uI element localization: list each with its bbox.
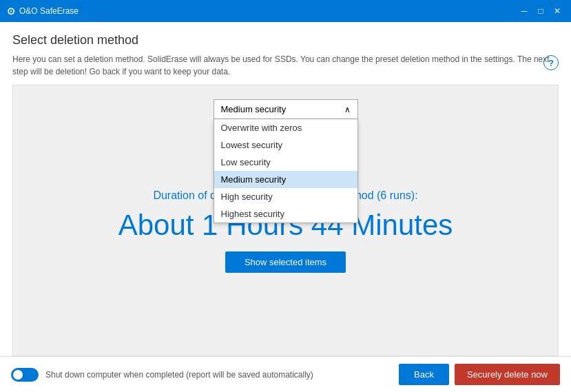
footer-right: Back Securely delete now [399,364,560,385]
app-icon: ⊙ [7,6,15,17]
dropdown-list: Overwrite with zeros Lowest security Low… [214,119,358,223]
main-panel: Medium security ∧ Overwrite with zeros L… [12,85,559,356]
dropdown-option-2[interactable]: Low security [214,154,357,171]
title-bar-left: ⊙ O&O SafeErase [7,6,79,17]
dropdown-option-3[interactable]: Medium security [214,171,357,188]
footer: Shut down computer when completed (repor… [0,356,571,392]
securely-delete-button[interactable]: Securely delete now [455,364,560,385]
maximize-button[interactable]: □ [534,4,548,18]
close-button[interactable]: ✕ [550,4,564,18]
title-bar-controls: ─ □ ✕ [517,4,564,18]
page-title: Select deletion method [12,33,559,48]
chevron-up-icon: ∧ [344,105,351,114]
dropdown-option-4[interactable]: High security [214,188,357,205]
title-bar: ⊙ O&O SafeErase ─ □ ✕ [0,0,571,22]
shutdown-label: Shut down computer when completed (repor… [45,370,313,380]
dropdown-option-5[interactable]: Highest security [214,205,357,223]
footer-left: Shut down computer when completed (repor… [11,368,313,382]
show-selected-items-button[interactable]: Show selected items [225,251,346,273]
dropdown-selected-label: Medium security [221,104,287,114]
dropdown-option-0[interactable]: Overwrite with zeros [214,119,357,136]
toggle-track [11,368,39,382]
toggle-thumb [13,370,23,380]
description-text: Here you can set a deletion method. Soli… [12,53,550,78]
deletion-method-dropdown[interactable]: Medium security ∧ Overwrite with zeros L… [214,99,358,223]
main-content-area: Select deletion method ? Here you can se… [0,22,571,356]
back-button[interactable]: Back [399,364,449,385]
shutdown-toggle[interactable] [11,368,39,382]
app-name: O&O SafeErase [19,6,79,16]
help-icon[interactable]: ? [543,55,559,70]
dropdown-selected[interactable]: Medium security ∧ [214,99,358,119]
dropdown-option-1[interactable]: Lowest security [214,136,357,154]
minimize-button[interactable]: ─ [517,4,531,18]
